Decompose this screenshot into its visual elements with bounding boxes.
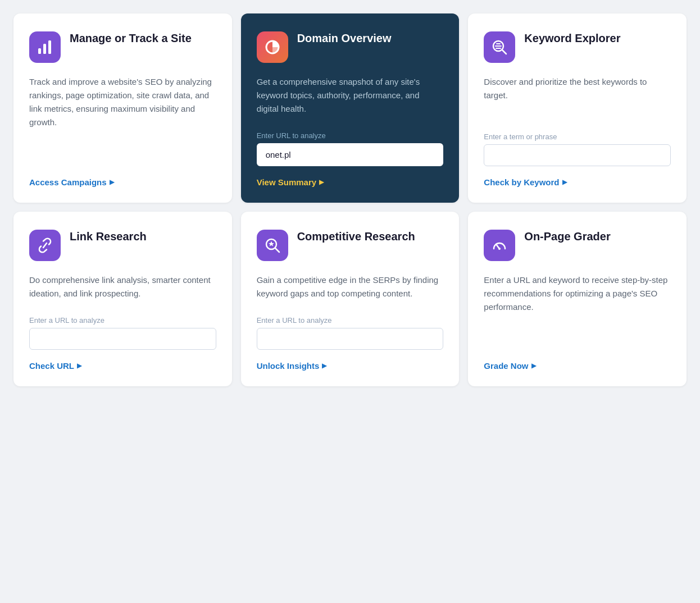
card-keyword-explorer-title: Keyword Explorer: [524, 31, 620, 45]
card-link-research-header: Link Research: [29, 230, 216, 261]
card-competitive-research-input-label: Enter a URL to analyze: [257, 316, 444, 325]
card-manage-track-desc: Track and improve a website's SEO by ana…: [29, 75, 216, 129]
card-domain-overview-header: Domain Overview: [257, 31, 444, 63]
card-domain-overview-body: Get a comprehensive snapshot of any site…: [257, 73, 444, 187]
unlock-insights-link[interactable]: Unlock Insights: [257, 361, 444, 371]
card-manage-track: Manage or Track a SiteTrack and improve …: [13, 13, 232, 203]
check-by-keyword-link[interactable]: Check by Keyword: [484, 177, 671, 187]
card-on-page-grader-title: On-Page Grader: [524, 230, 610, 244]
access-campaigns-link[interactable]: Access Campaigns: [29, 177, 216, 187]
card-keyword-explorer-input[interactable]: [484, 144, 671, 166]
card-manage-track-title: Manage or Track a Site: [70, 31, 192, 45]
svg-line-10: [275, 248, 279, 252]
view-summary-link[interactable]: View Summary: [257, 177, 444, 187]
card-on-page-grader-header: On-Page Grader: [484, 230, 671, 261]
card-link-research-body: Do comprehensive link analysis, smarter …: [29, 271, 216, 371]
card-link-research-desc: Do comprehensive link analysis, smarter …: [29, 273, 216, 300]
card-competitive-research-desc: Gain a competitive edge in the SERPs by …: [257, 273, 444, 300]
card-domain-overview-input-label: Enter URL to analyze: [257, 131, 444, 140]
search-chart-icon: [484, 31, 515, 63]
card-on-page-grader-body: Enter a URL and keyword to receive step-…: [484, 271, 671, 371]
card-domain-overview-desc: Get a comprehensive snapshot of any site…: [257, 75, 444, 116]
svg-rect-1: [43, 44, 46, 54]
card-link-research-input[interactable]: [29, 328, 216, 350]
chart-icon: [29, 31, 61, 63]
card-competitive-research: Competitive ResearchGain a competitive e…: [241, 212, 460, 386]
grade-now-link[interactable]: Grade Now: [484, 361, 671, 371]
gauge-icon: [484, 230, 515, 261]
card-keyword-explorer-desc: Discover and prioritize the best keyword…: [484, 75, 671, 117]
card-on-page-grader-desc: Enter a URL and keyword to receive step-…: [484, 273, 671, 314]
card-competitive-research-body: Gain a competitive edge in the SERPs by …: [257, 271, 444, 371]
card-competitive-research-header: Competitive Research: [257, 230, 444, 261]
card-keyword-explorer-header: Keyword Explorer: [484, 31, 671, 63]
main-grid: Manage or Track a SiteTrack and improve …: [13, 13, 687, 386]
link-icon: [29, 230, 61, 261]
card-domain-overview-title: Domain Overview: [297, 31, 392, 45]
card-manage-track-body: Track and improve a website's SEO by ana…: [29, 73, 216, 187]
card-keyword-explorer: Keyword ExplorerDiscover and prioritize …: [468, 13, 687, 203]
svg-rect-2: [48, 40, 51, 54]
card-manage-track-header: Manage or Track a Site: [29, 31, 216, 63]
card-competitive-research-input[interactable]: [257, 328, 444, 350]
card-on-page-grader: On-Page GraderEnter a URL and keyword to…: [468, 212, 687, 386]
card-link-research-title: Link Research: [70, 230, 147, 244]
card-domain-overview: Domain OverviewGet a comprehensive snaps…: [241, 13, 460, 203]
card-link-research-input-label: Enter a URL to analyze: [29, 316, 216, 325]
svg-point-12: [498, 248, 501, 250]
card-link-research: Link ResearchDo comprehensive link analy…: [13, 212, 232, 386]
svg-line-5: [502, 50, 506, 54]
pie-icon: [257, 31, 288, 63]
svg-rect-0: [38, 48, 41, 54]
card-competitive-research-title: Competitive Research: [297, 230, 415, 244]
card-keyword-explorer-input-label: Enter a term or phrase: [484, 133, 671, 141]
card-domain-overview-input[interactable]: [257, 143, 444, 166]
star-search-icon: [257, 230, 288, 261]
check-url-link[interactable]: Check URL: [29, 361, 216, 371]
card-keyword-explorer-body: Discover and prioritize the best keyword…: [484, 73, 671, 187]
